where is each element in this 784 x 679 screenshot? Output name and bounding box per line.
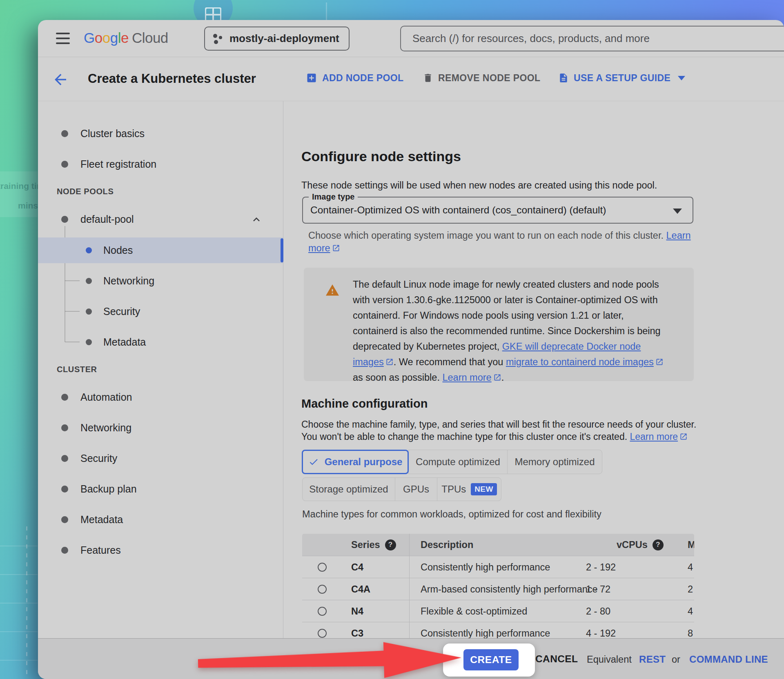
selected-step-indicator xyxy=(281,238,283,262)
sidebar-item-pool-networking[interactable]: Networking xyxy=(38,268,283,293)
top-bar: GoogleCloud mostly-ai-deployment Search … xyxy=(38,20,784,57)
tab-compute-optimized[interactable]: Compute optimized xyxy=(408,450,508,474)
external-link-icon xyxy=(655,358,664,366)
warning-text: The default Linux node image for newly c… xyxy=(353,277,684,385)
table-row-c3[interactable]: C3 Consistently high performance 4 - 192… xyxy=(302,622,694,638)
step-dot-icon xyxy=(61,455,68,462)
rest-link[interactable]: REST xyxy=(639,654,666,665)
menu-icon[interactable] xyxy=(56,33,70,44)
sidebar-item-security[interactable]: Security xyxy=(38,446,283,471)
image-type-value: Container-Optimized OS with containerd (… xyxy=(310,204,606,216)
step-dot-icon xyxy=(86,339,92,345)
external-link-icon xyxy=(385,358,394,366)
help-icon[interactable]: ? xyxy=(653,539,664,550)
remove-node-pool-button[interactable]: REMOVE NODE POOL xyxy=(423,72,540,84)
warning-banner: The default Linux node image for newly c… xyxy=(304,268,694,381)
sidebar-item-automation[interactable]: Automation xyxy=(38,384,283,410)
sidebar-item-networking[interactable]: Networking xyxy=(38,415,283,440)
cancel-button[interactable]: CANCEL xyxy=(535,653,578,665)
create-button[interactable]: CREATE xyxy=(463,649,519,670)
new-badge: NEW xyxy=(471,483,497,495)
page-title: Create a Kubernetes cluster xyxy=(88,71,256,86)
learn-more-link[interactable]: Learn more xyxy=(442,372,491,383)
sidebar-item-nodes[interactable]: Nodes xyxy=(38,237,283,263)
check-icon xyxy=(308,457,319,467)
or-label: or xyxy=(672,654,680,665)
tab-general-purpose[interactable]: General purpose xyxy=(302,450,409,474)
equivalent-label: Equivalent xyxy=(587,654,632,665)
table-row-n4[interactable]: N4 Flexible & cost-optimized 2 - 80 4 xyxy=(302,600,694,622)
tab-tpus[interactable]: TPUs NEW xyxy=(437,477,501,501)
project-selector[interactable]: mostly-ai-deployment xyxy=(204,27,350,51)
table-column-divider xyxy=(409,534,410,638)
help-icon[interactable]: ? xyxy=(385,539,396,550)
console-window: GoogleCloud mostly-ai-deployment Search … xyxy=(38,20,784,679)
sidebar-item-metadata[interactable]: Metadata xyxy=(38,507,283,532)
bg-divider xyxy=(326,2,327,22)
sidebar-item-backup-plan[interactable]: Backup plan xyxy=(38,476,283,501)
google-cloud-logo[interactable]: GoogleCloud xyxy=(84,30,168,46)
sidebar-divider xyxy=(283,101,283,638)
add-node-pool-button[interactable]: ADD NODE POOL xyxy=(306,72,403,84)
machine-configuration-desc: Choose the machine family, type, and ser… xyxy=(301,418,696,443)
step-dot-icon xyxy=(61,486,68,493)
table-row-c4a[interactable]: C4A Arm-based consistently high performa… xyxy=(302,578,694,600)
chevron-down-icon xyxy=(678,76,685,80)
step-dot-icon xyxy=(61,216,68,223)
project-icon xyxy=(212,33,223,44)
add-box-icon xyxy=(306,72,317,84)
dropdown-caret-icon xyxy=(673,209,682,214)
sidebar-item-pool-security[interactable]: Security xyxy=(38,299,283,324)
warning-icon xyxy=(325,283,340,296)
image-type-label: Image type xyxy=(309,192,358,202)
gke-deprecate-docker-link[interactable]: images xyxy=(353,357,384,367)
radio-icon[interactable] xyxy=(318,563,327,572)
step-dot-icon xyxy=(61,516,68,523)
use-setup-guide-button[interactable]: USE A SETUP GUIDE xyxy=(558,72,685,84)
bg-gridline xyxy=(0,603,38,604)
machine-types-caption: Machine types for common workloads, opti… xyxy=(302,509,601,520)
project-name: mostly-ai-deployment xyxy=(229,32,339,45)
search-input[interactable]: Search (/) for resources, docs, products… xyxy=(400,26,784,51)
learn-more-link[interactable]: Learn xyxy=(666,230,691,241)
section-title: Configure node settings xyxy=(301,149,461,164)
gke-deprecate-docker-link[interactable]: GKE will deprecate Docker node xyxy=(502,341,641,352)
radio-icon[interactable] xyxy=(318,629,327,638)
table-header-row: Series? Description vCPUs? M xyxy=(302,534,694,556)
bg-gridline xyxy=(0,660,38,661)
machine-configuration-title: Machine configuration xyxy=(301,397,428,411)
radio-icon[interactable] xyxy=(318,585,327,594)
tab-memory-optimized[interactable]: Memory optimized xyxy=(507,450,602,474)
machine-types-table: Series? Description vCPUs? M C4 Consiste… xyxy=(302,534,694,638)
external-link-icon xyxy=(332,244,340,252)
bg-mins-text: mins xyxy=(18,201,38,211)
chevron-up-icon[interactable] xyxy=(250,213,263,226)
tab-storage-optimized[interactable]: Storage optimized xyxy=(302,477,395,501)
sidebar-item-default-pool[interactable]: default-pool xyxy=(38,206,283,232)
migrate-containerd-link[interactable]: migrate to containerd node images xyxy=(506,357,654,367)
command-line-link[interactable]: COMMAND LINE xyxy=(689,654,768,665)
step-dot-icon xyxy=(86,278,92,284)
image-type-select[interactable]: Image type Container-Optimized OS with c… xyxy=(302,197,693,224)
search-placeholder: Search (/) for resources, docs, products… xyxy=(412,32,650,45)
footer-bar: CREATE CANCEL Equivalent REST or COMMAND… xyxy=(38,638,784,679)
sidebar-item-fleet-registration[interactable]: Fleet registration xyxy=(38,151,283,177)
machine-family-tabs-row1: General purpose Compute optimized Memory… xyxy=(302,450,602,474)
step-dot-icon xyxy=(61,424,68,431)
learn-more-link[interactable]: Learn more xyxy=(630,431,678,442)
step-dot-icon xyxy=(86,308,92,315)
step-dot-icon xyxy=(61,394,68,401)
sidebar-item-features[interactable]: Features xyxy=(38,537,283,563)
step-dot-icon xyxy=(61,130,68,137)
back-arrow-icon[interactable] xyxy=(52,71,69,88)
external-link-icon xyxy=(493,373,501,382)
sidebar-item-pool-metadata[interactable]: Metadata xyxy=(38,329,283,355)
screen: training time mins GoogleCloud mostly-ai… xyxy=(0,0,784,679)
sidebar-section-node-pools: NODE POOLS xyxy=(57,187,114,196)
learn-more-link[interactable]: more xyxy=(308,243,330,253)
tab-gpus[interactable]: GPUs xyxy=(395,477,437,501)
sidebar-item-cluster-basics[interactable]: Cluster basics xyxy=(38,121,283,146)
machine-family-tabs-row2: Storage optimized GPUs TPUs NEW xyxy=(302,477,501,501)
radio-icon[interactable] xyxy=(318,607,327,616)
table-row-c4[interactable]: C4 Consistently high performance 2 - 192… xyxy=(302,556,694,578)
